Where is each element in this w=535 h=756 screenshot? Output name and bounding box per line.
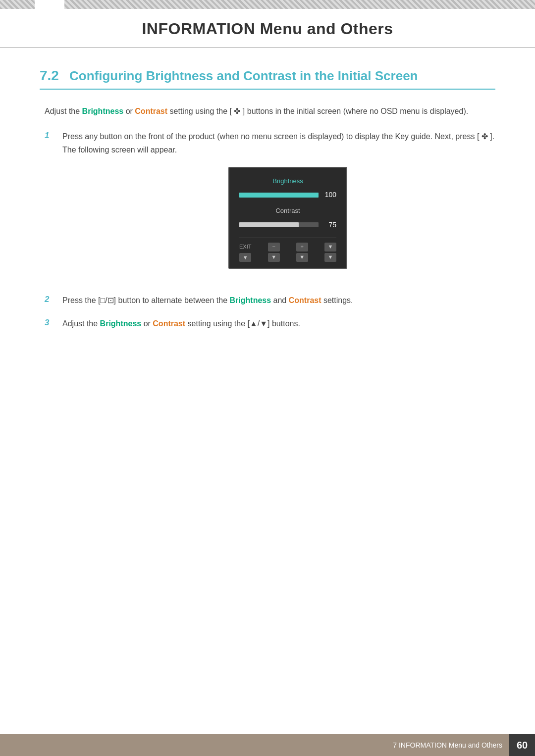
osd-contrast-fill — [239, 222, 299, 227]
list-item-1: 1 Press any button on the front of the p… — [45, 130, 495, 284]
top-decorative-bar — [0, 0, 535, 9]
osd-btn1-icon: − — [268, 243, 280, 252]
step2-contrast-highlight: Contrast — [289, 296, 321, 304]
intro-contrast-highlight: Contrast — [135, 107, 167, 115]
footer-inner: 7 INFORMATION Menu and Others 60 — [386, 734, 535, 756]
osd-contrast-label: Contrast — [239, 205, 336, 216]
osd-screen: Brightness 100 Contrast — [228, 167, 347, 269]
list-item-2: 2 Press the [□/⊡] button to alternate be… — [45, 294, 495, 307]
section-number: 7.2 — [40, 68, 59, 84]
step3-text3: setting using the [▲/▼] buttons. — [185, 319, 300, 328]
page-header: INFORMATION Menu and Others — [0, 9, 535, 48]
osd-brightness-fill — [239, 193, 319, 198]
osd-contrast-track — [239, 222, 319, 227]
osd-btn2-group: + ▼ — [296, 243, 308, 262]
osd-btn2-down-icon: ▼ — [296, 253, 308, 262]
main-content: 7.2 Configuring Brightness and Contrast … — [0, 48, 535, 380]
intro-text-before-brightness: Adjust the — [45, 107, 82, 115]
osd-brightness-value: 100 — [322, 189, 336, 201]
intro-brightness-highlight: Brightness — [82, 107, 124, 115]
step1-content: Press any button on the front of the pro… — [62, 130, 495, 284]
intro-text-or: or — [123, 107, 135, 115]
step1-text: Press any button on the front of the pro… — [62, 132, 494, 154]
osd-btn2-icon: + — [296, 243, 308, 252]
step3-contrast-highlight: Contrast — [153, 319, 185, 328]
numbered-list: 1 Press any button on the front of the p… — [45, 130, 495, 330]
step3-text1: Adjust the — [62, 319, 100, 328]
osd-brightness-label: Brightness — [239, 176, 336, 187]
step2-text4: settings. — [321, 296, 353, 304]
top-bar-accent — [35, 0, 64, 9]
step2-text2: ] button to alternate between the — [114, 296, 230, 304]
step1-number: 1 — [45, 130, 54, 141]
step3-content: Adjust the Brightness or Contrast settin… — [62, 317, 495, 330]
osd-btn1-group: − ▼ — [268, 243, 280, 262]
step2-content: Press the [□/⊡] button to alternate betw… — [62, 294, 495, 307]
step2-text1: Press the [ — [62, 296, 100, 304]
osd-btn3-down-icon: ▼ — [324, 253, 336, 262]
osd-contrast-row: Contrast 75 — [239, 205, 336, 231]
step3-brightness-highlight: Brightness — [100, 319, 142, 328]
osd-exit-group: EXIT ▼ — [239, 242, 251, 262]
intro-paragraph: Adjust the Brightness or Contrast settin… — [45, 104, 495, 118]
osd-screen-container: Brightness 100 Contrast — [80, 167, 495, 269]
step2-brightness-highlight: Brightness — [230, 296, 271, 304]
footer-section-ref: 7 INFORMATION Menu and Others — [386, 741, 509, 749]
intro-text-suffix: setting using the [ ✤ ] buttons in the i… — [167, 107, 468, 115]
step3-text2: or — [141, 319, 153, 328]
section-heading: 7.2 Configuring Brightness and Contrast … — [40, 68, 495, 90]
list-item-3: 3 Adjust the Brightness or Contrast sett… — [45, 317, 495, 330]
step3-number: 3 — [45, 317, 54, 328]
footer-page-number: 60 — [509, 734, 535, 756]
page-footer: 7 INFORMATION Menu and Others 60 — [0, 734, 535, 756]
osd-exit-label: EXIT — [239, 242, 251, 252]
step2-number: 2 — [45, 294, 54, 304]
osd-buttons-row: EXIT ▼ − ▼ + ▼ — [239, 238, 336, 262]
step2-text3: and — [271, 296, 289, 304]
osd-btn3-icon: ▼ — [324, 243, 336, 252]
osd-brightness-bar-container: 100 — [239, 189, 336, 201]
osd-brightness-row: Brightness 100 — [239, 176, 336, 201]
section-title: Configuring Brightness and Contrast in t… — [69, 68, 418, 84]
osd-btn3-group: ▼ ▼ — [324, 243, 336, 262]
osd-contrast-value: 75 — [322, 219, 336, 231]
osd-brightness-track — [239, 193, 319, 198]
osd-btn1-down-icon: ▼ — [268, 253, 280, 262]
page-title: INFORMATION Menu and Others — [30, 20, 505, 38]
osd-exit-icon: ▼ — [239, 253, 251, 262]
osd-contrast-bar-container: 75 — [239, 219, 336, 231]
step2-icon: □/⊡ — [100, 296, 113, 304]
